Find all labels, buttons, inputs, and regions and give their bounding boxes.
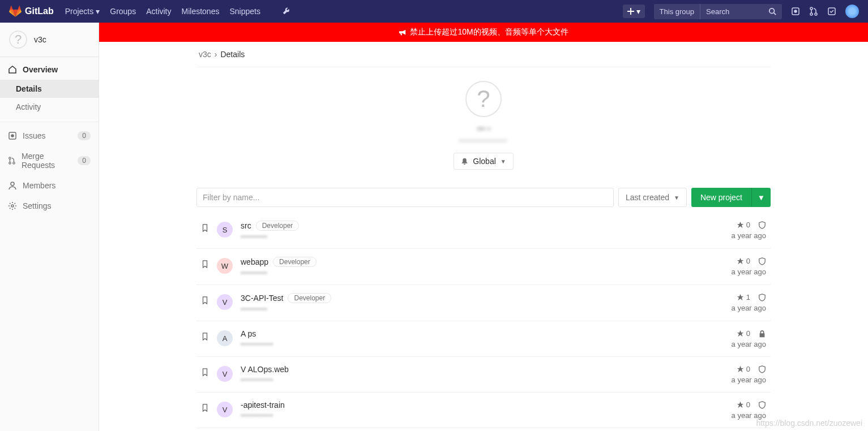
star-count[interactable]: 0	[737, 365, 750, 373]
visibility-icon	[758, 257, 766, 265]
user-icon	[8, 181, 17, 190]
bookmark-icon[interactable]	[201, 333, 209, 341]
visibility-icon	[758, 330, 766, 338]
project-row[interactable]: T TCPClientServer 0 a day ago	[196, 428, 771, 431]
sidebar-sub-activity[interactable]: Activity	[0, 98, 99, 116]
bookmark-icon[interactable]	[201, 224, 209, 232]
user-avatar[interactable]	[845, 5, 859, 18]
nav-admin-icon[interactable]	[282, 7, 290, 16]
star-count[interactable]: 0	[737, 329, 750, 338]
visibility-icon	[758, 401, 766, 409]
star-icon	[737, 294, 744, 301]
svg-point-11	[13, 162, 15, 164]
updated-time: a year ago	[704, 304, 766, 312]
notification-dropdown[interactable]: Global ▼	[454, 153, 513, 170]
svg-point-12	[11, 182, 14, 186]
navbar-right: ▾ This group	[623, 4, 859, 19]
wrench-icon	[282, 7, 290, 15]
star-icon	[737, 365, 744, 373]
todos-shortcut[interactable]	[827, 7, 836, 16]
project-avatar: A	[217, 330, 233, 346]
bullhorn-icon	[399, 28, 407, 36]
sidebar-sub-details[interactable]: Details	[0, 80, 99, 98]
star-icon	[737, 257, 744, 265]
star-count[interactable]: 1	[737, 293, 750, 301]
plus-icon	[627, 8, 634, 15]
nav-projects[interactable]: Projects▾	[65, 7, 100, 16]
issues-shortcut[interactable]	[791, 7, 800, 16]
project-list: S src Developer ▪▪▪▪▪▪▪▪▪ 0 a year ago W…	[196, 213, 771, 431]
project-row[interactable]: A A ps ▪▪▪▪▪▪▪▪▪▪▪ 0 a year ago	[196, 321, 771, 357]
search-button[interactable]	[763, 4, 782, 19]
svg-point-9	[9, 157, 11, 159]
svg-point-0	[769, 8, 775, 14]
group-avatar-small: ?	[9, 31, 27, 49]
merge-requests-shortcut[interactable]	[809, 7, 818, 16]
project-avatar: V	[217, 402, 233, 417]
updated-time: a year ago	[704, 376, 766, 384]
sidebar-item-members[interactable]: Members	[0, 175, 99, 196]
chevron-down-icon: ▼	[501, 158, 506, 165]
project-name[interactable]: -apitest-train	[241, 400, 285, 410]
bookmark-icon[interactable]	[201, 296, 209, 304]
star-count[interactable]: 0	[737, 221, 750, 229]
project-name[interactable]: webapp	[241, 257, 268, 266]
project-row[interactable]: V 3C-API-Test Developer ▪▪▪▪▪▪▪▪▪ 1 a ye…	[196, 285, 771, 321]
star-count[interactable]: 0	[737, 257, 750, 265]
new-project-dropdown[interactable]: ▼	[751, 188, 771, 207]
project-row[interactable]: W webapp Developer ▪▪▪▪▪▪▪▪▪ 0 a year ag…	[196, 249, 771, 285]
bell-icon	[461, 158, 468, 165]
lock-icon	[758, 330, 766, 338]
new-project-button[interactable]: New project	[691, 188, 751, 207]
svg-point-5	[815, 13, 817, 15]
sidebar-item-merge-requests[interactable]: Merge Requests 0	[0, 146, 99, 175]
project-avatar: S	[217, 222, 233, 238]
project-name[interactable]: A ps	[241, 329, 256, 338]
breadcrumb-root[interactable]: v3c	[199, 50, 211, 59]
sidebar-item-issues[interactable]: Issues 0	[0, 126, 99, 146]
filter-input[interactable]	[196, 188, 614, 207]
sidebar: ? v3c Overview Details Activity Issues 0…	[0, 23, 99, 431]
updated-time: a year ago	[704, 411, 766, 420]
star-icon	[737, 221, 744, 229]
svg-point-2	[794, 10, 797, 12]
nav-groups[interactable]: Groups	[110, 7, 136, 16]
nav-snippets[interactable]: Snippets	[229, 7, 260, 16]
project-name[interactable]: 3C-API-Test	[241, 294, 283, 303]
project-path: ▪▪▪▪▪▪▪▪▪▪▪	[241, 340, 696, 348]
alert-banner: 禁止上传超过10M的视频、音频等单个大文件	[99, 23, 868, 42]
shield-icon	[758, 365, 766, 373]
project-row[interactable]: S src Developer ▪▪▪▪▪▪▪▪▪ 0 a year ago	[196, 213, 771, 249]
gitlab-logo[interactable]: GitLab	[9, 5, 54, 18]
search-input[interactable]	[700, 4, 763, 19]
group-avatar-large: ?	[465, 81, 502, 117]
sidebar-context[interactable]: ? v3c	[0, 23, 99, 57]
mr-count-badge: 0	[78, 156, 91, 165]
bookmark-icon[interactable]	[201, 404, 209, 412]
search-scope[interactable]: This group	[654, 4, 700, 19]
shield-icon	[758, 257, 766, 265]
project-name[interactable]: src	[241, 221, 251, 230]
bookmark-icon[interactable]	[201, 368, 209, 376]
group-description: ▪▪▪▪▪▪▪▪▪▪▪▪▪	[196, 136, 771, 145]
sidebar-item-overview[interactable]: Overview	[0, 59, 99, 80]
brand-text: GitLab	[25, 6, 54, 16]
merge-icon	[809, 7, 818, 16]
svg-point-8	[11, 135, 14, 137]
project-row[interactable]: V V ALOps.web ▪▪▪▪▪▪▪▪▪▪▪ 0 a year ago	[196, 357, 771, 393]
project-row[interactable]: V -apitest-train ▪▪▪▪▪▪▪▪▪▪▪ 0 a year ag…	[196, 393, 771, 428]
star-count[interactable]: 0	[737, 400, 750, 409]
nav-activity[interactable]: Activity	[146, 7, 171, 16]
sidebar-item-settings[interactable]: Settings	[0, 196, 99, 216]
nav-links: Projects▾ Groups Activity Milestones Sni…	[65, 7, 290, 16]
plus-dropdown[interactable]: ▾	[623, 5, 645, 18]
bookmark-icon[interactable]	[201, 260, 209, 268]
svg-point-4	[810, 13, 813, 15]
chevron-down-icon: ▾	[636, 7, 640, 16]
project-path: ▪▪▪▪▪▪▪▪▪▪▪	[241, 411, 696, 419]
nav-milestones[interactable]: Milestones	[182, 7, 220, 16]
project-name[interactable]: V ALOps.web	[241, 365, 289, 374]
home-icon	[8, 65, 17, 74]
sort-dropdown[interactable]: Last created ▼	[618, 188, 687, 207]
tanuki-icon	[9, 5, 22, 18]
